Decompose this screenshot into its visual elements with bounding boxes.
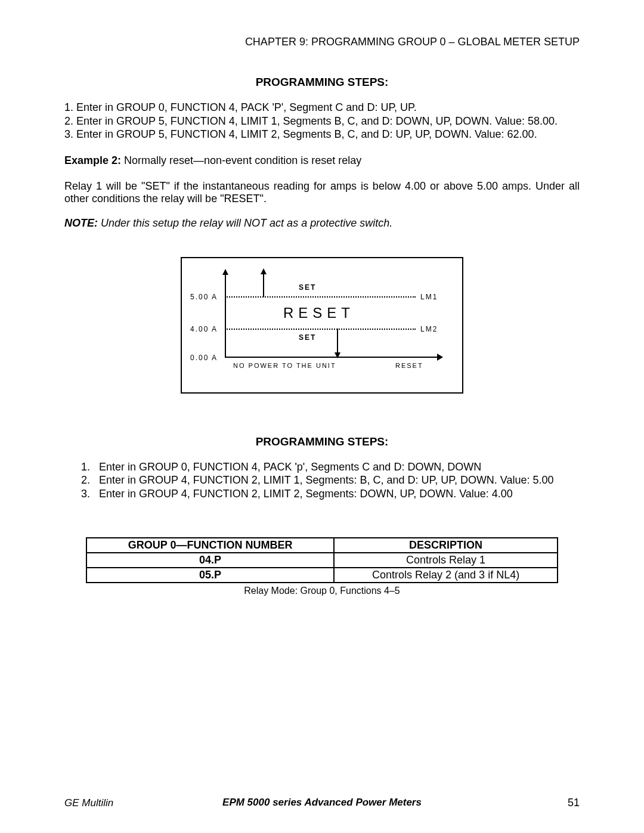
- diagram-container: 5.00 A 4.00 A 0.00 A LM1 LM2 SET SET RES…: [64, 257, 580, 394]
- limit-line-lm1: [225, 296, 416, 298]
- steps-list-1: 1. Enter in GROUP 0, FUNCTION 4, PACK 'P…: [64, 101, 580, 141]
- limit-line-lm2: [225, 329, 416, 330]
- footer-left: GE Multilin: [64, 797, 113, 809]
- steps-list-2: 1. Enter in GROUP 0, FUNCTION 4, PACK 'p…: [64, 460, 580, 501]
- footer-page-number: 51: [568, 797, 580, 809]
- example-label: Example 2:: [64, 154, 121, 166]
- lm1-label: LM1: [420, 293, 438, 301]
- y-tick-0: 0.00 A: [190, 354, 218, 362]
- table-cell: Controls Relay 1: [334, 553, 558, 568]
- table-header-row: GROUP 0—FUNCTION NUMBER DESCRIPTION: [86, 538, 558, 553]
- x-axis-arrow-icon: [437, 354, 443, 361]
- step2-1-text: Enter in GROUP 0, FUNCTION 4, PACK 'p', …: [99, 460, 481, 474]
- table-row: 05.P Controls Relay 2 (and 3 if NL4): [86, 568, 558, 583]
- y-tick-4: 4.00 A: [190, 325, 218, 333]
- footer-center: EPM 5000 series Advanced Power Meters: [64, 797, 580, 809]
- page: CHAPTER 9: PROGRAMMING GROUP 0 – GLOBAL …: [0, 0, 644, 833]
- page-footer: GE Multilin EPM 5000 series Advanced Pow…: [64, 797, 580, 809]
- table-cell: Controls Relay 2 (and 3 if NL4): [334, 568, 558, 583]
- table-header-col2: DESCRIPTION: [334, 538, 558, 553]
- step2-2: 2. Enter in GROUP 4, FUNCTION 2, LIMIT 1…: [81, 473, 580, 487]
- chapter-header: CHAPTER 9: PROGRAMMING GROUP 0 – GLOBAL …: [64, 36, 580, 48]
- step2-2-text: Enter in GROUP 4, FUNCTION 2, LIMIT 1, S…: [99, 473, 554, 487]
- note-text: Under this setup the relay will NOT act …: [98, 217, 392, 229]
- set-label-bottom: SET: [299, 333, 316, 342]
- down-arrow-icon: [337, 329, 338, 354]
- step-1: 1. Enter in GROUP 0, FUNCTION 4, PACK 'P…: [64, 101, 580, 114]
- y-axis: [225, 273, 226, 357]
- step2-3-num: 3.: [81, 487, 99, 501]
- step2-3-text: Enter in GROUP 4, FUNCTION 2, LIMIT 2, S…: [99, 487, 513, 501]
- relay-paragraph: Relay 1 will be "SET" if the instantaneo…: [64, 180, 580, 205]
- x-axis: [225, 357, 438, 358]
- function-table: GROUP 0—FUNCTION NUMBER DESCRIPTION 04.P…: [86, 537, 558, 583]
- no-power-label: NO POWER TO THE UNIT: [233, 362, 336, 369]
- relay-diagram: 5.00 A 4.00 A 0.00 A LM1 LM2 SET SET RES…: [181, 257, 463, 394]
- note-line: NOTE: Under this setup the relay will NO…: [64, 217, 580, 230]
- step-3: 3. Enter in GROUP 5, FUNCTION 4, LIMIT 2…: [64, 128, 580, 141]
- section-title-2: PROGRAMMING STEPS:: [64, 435, 580, 448]
- reset-label-center: RESET: [283, 305, 355, 321]
- table-cell: 05.P: [86, 568, 334, 583]
- example-line: Example 2: Normally reset—non-event cond…: [64, 154, 580, 167]
- table-row: 04.P Controls Relay 1: [86, 553, 558, 568]
- table-cell: 04.P: [86, 553, 334, 568]
- y-axis-arrow-icon: [222, 269, 228, 275]
- section-title-1: PROGRAMMING STEPS:: [64, 76, 580, 89]
- y-tick-5: 5.00 A: [190, 293, 218, 301]
- table-header-col1: GROUP 0—FUNCTION NUMBER: [86, 538, 334, 553]
- lm2-label: LM2: [420, 325, 438, 333]
- up-arrow-icon: [263, 273, 264, 297]
- note-label: NOTE:: [64, 217, 98, 229]
- step2-2-num: 2.: [81, 473, 99, 487]
- step2-1: 1. Enter in GROUP 0, FUNCTION 4, PACK 'p…: [81, 460, 580, 474]
- example-text: Normally reset—non-event condition is re…: [121, 154, 361, 166]
- table-caption: Relay Mode: Group 0, Functions 4–5: [64, 586, 580, 596]
- step2-3: 3. Enter in GROUP 4, FUNCTION 2, LIMIT 2…: [81, 487, 580, 501]
- reset-label-bottom: RESET: [395, 362, 423, 369]
- step2-1-num: 1.: [81, 460, 99, 474]
- step-2: 2. Enter in GROUP 5, FUNCTION 4, LIMIT 1…: [64, 114, 580, 128]
- set-label-top: SET: [299, 283, 316, 292]
